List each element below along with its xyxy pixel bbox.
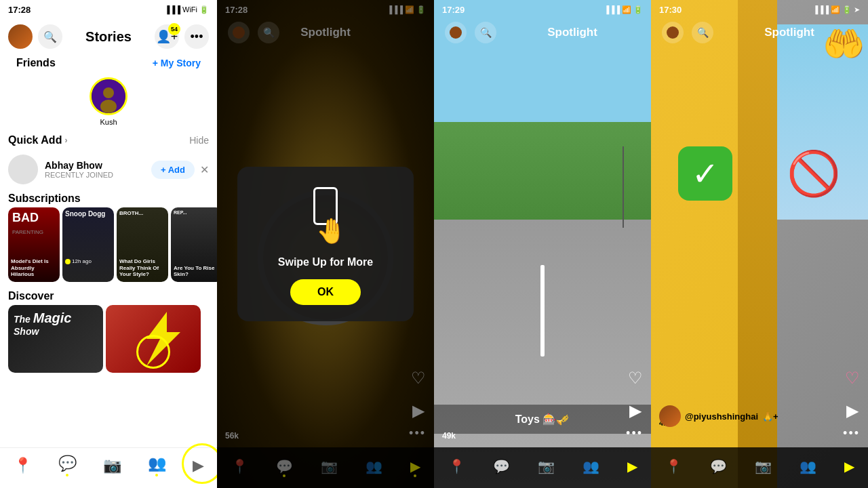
nav-camera-4[interactable]: 📷	[755, 458, 772, 474]
heart-icon-3[interactable]: ♡	[628, 369, 643, 388]
friend-avatar[interactable]	[90, 77, 127, 115]
count-label-3: 49k	[442, 431, 456, 441]
quick-add-item: Abhay Bhow Recently Joined + Add ✕	[0, 149, 217, 190]
back-avatar-3[interactable]	[445, 22, 467, 43]
svg-point-6	[667, 26, 679, 39]
discover-card-red[interactable]	[106, 305, 201, 373]
dialog-overlay[interactable]: 🤚 Swipe Up for More OK	[217, 0, 434, 488]
sub-card-bad[interactable]: BAD PARENTING Model's Diet Is Absurdly H…	[8, 207, 60, 282]
discover-section: Discover The MagicShow	[0, 287, 217, 378]
bottom-nav-3: 📍 💬 📷 👥 ▶	[434, 447, 651, 488]
green-check-icon: ✓	[678, 146, 732, 201]
panel-stories: 17:28 ▐▐▐ WiFi 🔋 🔍 Stories 👤+ 54 ••• Fri…	[0, 0, 217, 488]
sub-card-girls[interactable]: BROTH... What Do Girls Really Think Of Y…	[117, 207, 168, 282]
hand-icon: 🤚	[316, 217, 347, 245]
right-actions-4: ♡ ▶	[845, 369, 860, 420]
discover-title: Discover	[0, 287, 62, 304]
friends-dot	[155, 474, 158, 476]
nav-camera-3[interactable]: 📷	[538, 458, 555, 474]
sub-cards: BAD PARENTING Model's Diet Is Absurdly H…	[0, 205, 217, 285]
chat-dot	[66, 474, 68, 476]
person-name: Abhay Bhow	[45, 160, 144, 171]
nav-camera[interactable]: 📷	[103, 457, 121, 474]
sub-card-text-4: Are You To Rise Skin?	[174, 265, 217, 278]
time-1: 17:28	[8, 5, 31, 15]
nav-map[interactable]: 📍	[14, 457, 32, 474]
spotlight-title-3: Spotlight	[505, 26, 640, 39]
sub-card-text-3: What Do Girls Really Think Of Your Style…	[119, 258, 165, 278]
user-row-4: @piyushshinghai 🙏+	[659, 405, 778, 427]
status-bar-1: 17:28 ▐▐▐ WiFi 🔋	[0, 0, 217, 19]
follow-button-4[interactable]: 🙏+	[762, 411, 778, 422]
sub-card-snoop[interactable]: Snoop Dogg 12h ago	[62, 207, 114, 282]
quick-add-title: Quick Add ›	[8, 134, 67, 146]
status-bar-4: 17:30 ▐▐▐ 📶 🔋 ➤	[651, 0, 868, 19]
vegetation	[434, 122, 651, 220]
user-avatar-4[interactable]	[659, 405, 681, 427]
nav-friends-4[interactable]: 👥	[800, 458, 816, 474]
dismiss-button[interactable]: ✕	[200, 161, 209, 179]
my-story-button[interactable]: + My Story	[144, 55, 209, 71]
more-dots-4[interactable]: •••	[843, 426, 860, 441]
status-icons-3: ▐▐▐ 📶 🔋	[604, 5, 643, 14]
nav-chat-3[interactable]: 💬	[493, 458, 510, 474]
panel-road: 17:29 ▐▐▐ 📶 🔋 🔍 Spotlight Toys 🎰🎺 ♡ ▶ 49…	[434, 0, 651, 488]
dialog-ok-button[interactable]: OK	[290, 279, 361, 305]
person-status: Recently Joined	[45, 171, 144, 179]
dialog-icon: 🤚	[305, 187, 347, 245]
person-avatar[interactable]	[8, 155, 38, 184]
nav-friends-3[interactable]: 👥	[583, 458, 599, 474]
add-friend-button[interactable]: 👤+ 54	[155, 24, 179, 49]
friend-badge: 54	[168, 23, 180, 35]
nav-chat-4[interactable]: 💬	[710, 458, 727, 474]
subscriptions-section: Subscriptions BAD PARENTING Model's Diet…	[0, 190, 217, 287]
right-actions-3: ♡ ▶	[628, 369, 643, 420]
dialog-box: 🤚 Swipe Up for More OK	[237, 167, 414, 321]
nav-friends[interactable]: 👥	[148, 455, 166, 476]
back-avatar-4[interactable]	[662, 22, 684, 43]
friends-title: Friends	[8, 54, 64, 72]
play-icon-3[interactable]: ▶	[629, 401, 642, 420]
friend-item[interactable]: Kush	[0, 75, 217, 129]
friend-name: Kush	[100, 118, 117, 126]
nav-play[interactable]: ▶	[193, 457, 204, 474]
heart-icon-4[interactable]: ♡	[845, 369, 860, 388]
add-button[interactable]: + Add	[151, 161, 195, 179]
search-icon-4[interactable]: 🔍	[692, 22, 713, 43]
nav-play-3[interactable]: ▶	[627, 458, 637, 474]
status-icons-1: ▐▐▐ WiFi 🔋	[165, 5, 209, 14]
svg-point-1	[103, 87, 114, 98]
play-icon-4[interactable]: ▶	[846, 401, 859, 420]
nav-chat[interactable]: 💬	[58, 455, 77, 476]
header-right: 👤+ 54 •••	[155, 24, 209, 49]
sub-badge: 12h ago	[65, 258, 92, 264]
person-info: Abhay Bhow Recently Joined	[45, 160, 144, 179]
more-dots-3[interactable]: •••	[626, 426, 643, 441]
nav-map-4[interactable]: 📍	[665, 458, 682, 474]
stories-header: 🔍 Stories 👤+ 54 •••	[0, 19, 217, 54]
bottom-nav-4: 📍 💬 📷 👥 ▶	[651, 447, 868, 488]
sub-card-text-1: Model's Diet Is Absurdly Hilarious	[11, 258, 57, 278]
user-avatar[interactable]	[8, 24, 33, 49]
friends-row: Friends + My Story	[0, 54, 217, 75]
road-caption: Toys 🎰🎺	[434, 405, 651, 434]
more-button[interactable]: •••	[184, 24, 209, 49]
discover-card-magic[interactable]: The MagicShow	[8, 305, 103, 373]
panel-spotlight: 17:28 ▐▐▐ 📶 🔋 🔍 Spotlight 🤚 Swipe Up for…	[217, 0, 434, 488]
hide-button[interactable]: Hide	[189, 135, 209, 146]
search-icon-3[interactable]: 🔍	[475, 22, 496, 43]
dialog-text: Swipe Up for More	[278, 256, 373, 268]
time-4: 17:30	[659, 5, 682, 15]
sub-card-skin[interactable]: REP... Are You To Rise Skin?	[171, 207, 217, 282]
stories-title: Stories	[68, 29, 149, 45]
red-no-icon: 🚫	[787, 146, 841, 201]
discover-cards: The MagicShow	[0, 302, 217, 375]
quick-add-row: Quick Add › Hide	[0, 129, 217, 149]
road-line	[540, 265, 545, 356]
nav-map-3[interactable]: 📍	[448, 458, 465, 474]
search-button[interactable]: 🔍	[38, 24, 62, 49]
nav-play-4[interactable]: ▶	[844, 458, 854, 474]
subscriptions-title: Subscriptions	[0, 190, 89, 207]
spotlight-header-3: 🔍 Spotlight	[434, 19, 651, 46]
status-icons-4: ▐▐▐ 📶 🔋 ➤	[813, 5, 860, 14]
